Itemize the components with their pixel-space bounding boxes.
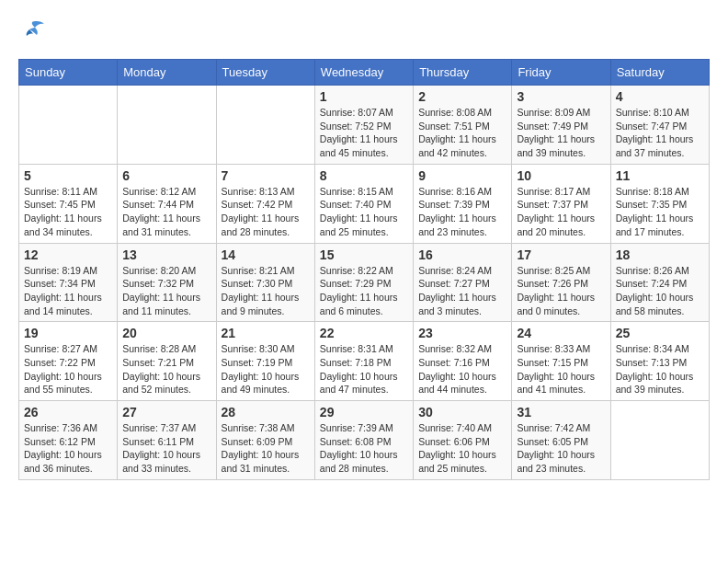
calendar-cell xyxy=(610,401,709,480)
day-number: 18 xyxy=(616,247,704,262)
day-number: 14 xyxy=(222,247,310,262)
calendar-cell: 3Sunrise: 8:09 AM Sunset: 7:49 PM Daylig… xyxy=(512,86,610,165)
calendar-cell: 7Sunrise: 8:13 AM Sunset: 7:42 PM Daylig… xyxy=(216,164,314,243)
logo xyxy=(18,18,50,44)
day-info: Sunrise: 8:25 AM Sunset: 7:26 PM Dayligh… xyxy=(517,264,605,318)
day-info: Sunrise: 8:34 AM Sunset: 7:13 PM Dayligh… xyxy=(616,342,704,396)
day-number: 27 xyxy=(122,405,210,419)
calendar-cell: 12Sunrise: 8:19 AM Sunset: 7:34 PM Dayli… xyxy=(19,243,118,322)
calendar-cell: 9Sunrise: 8:16 AM Sunset: 7:39 PM Daylig… xyxy=(414,164,512,243)
day-number: 1 xyxy=(320,89,408,104)
calendar-cell: 5Sunrise: 8:11 AM Sunset: 7:45 PM Daylig… xyxy=(19,164,118,243)
day-number: 25 xyxy=(616,326,704,340)
day-info: Sunrise: 8:26 AM Sunset: 7:24 PM Dayligh… xyxy=(616,264,704,318)
day-info: Sunrise: 8:16 AM Sunset: 7:39 PM Dayligh… xyxy=(418,185,506,239)
day-info: Sunrise: 8:09 AM Sunset: 7:49 PM Dayligh… xyxy=(517,106,605,160)
day-number: 23 xyxy=(418,326,506,340)
calendar-table: SundayMondayTuesdayWednesdayThursdayFrid… xyxy=(18,59,710,480)
day-info: Sunrise: 7:37 AM Sunset: 6:11 PM Dayligh… xyxy=(122,421,210,476)
calendar-cell: 22Sunrise: 8:31 AM Sunset: 7:18 PM Dayli… xyxy=(314,322,413,401)
day-info: Sunrise: 8:27 AM Sunset: 7:22 PM Dayligh… xyxy=(24,342,112,396)
day-number: 20 xyxy=(122,326,210,340)
calendar-cell: 20Sunrise: 8:28 AM Sunset: 7:21 PM Dayli… xyxy=(118,322,216,401)
day-number: 16 xyxy=(418,247,506,262)
day-info: Sunrise: 8:18 AM Sunset: 7:35 PM Dayligh… xyxy=(616,185,704,239)
day-info: Sunrise: 8:31 AM Sunset: 7:18 PM Dayligh… xyxy=(320,342,408,396)
day-info: Sunrise: 8:07 AM Sunset: 7:52 PM Dayligh… xyxy=(320,106,408,160)
day-number: 13 xyxy=(122,247,210,262)
calendar-cell: 2Sunrise: 8:08 AM Sunset: 7:51 PM Daylig… xyxy=(414,86,512,165)
day-number: 4 xyxy=(616,89,704,104)
day-info: Sunrise: 8:30 AM Sunset: 7:19 PM Dayligh… xyxy=(222,342,310,396)
day-info: Sunrise: 8:24 AM Sunset: 7:27 PM Dayligh… xyxy=(418,264,506,318)
day-info: Sunrise: 8:33 AM Sunset: 7:15 PM Dayligh… xyxy=(517,342,605,396)
page-header xyxy=(18,18,710,44)
weekday-header-tuesday: Tuesday xyxy=(216,60,314,86)
day-number: 2 xyxy=(418,89,506,104)
day-number: 11 xyxy=(616,168,704,183)
day-number: 8 xyxy=(320,168,408,183)
day-info: Sunrise: 7:42 AM Sunset: 6:05 PM Dayligh… xyxy=(517,421,605,476)
calendar-cell: 18Sunrise: 8:26 AM Sunset: 7:24 PM Dayli… xyxy=(610,243,709,322)
day-info: Sunrise: 8:22 AM Sunset: 7:29 PM Dayligh… xyxy=(320,264,408,318)
day-number: 17 xyxy=(517,247,605,262)
day-number: 21 xyxy=(222,326,310,340)
calendar-cell: 24Sunrise: 8:33 AM Sunset: 7:15 PM Dayli… xyxy=(512,322,610,401)
day-info: Sunrise: 7:39 AM Sunset: 6:08 PM Dayligh… xyxy=(320,421,408,476)
logo-bird-icon xyxy=(18,18,46,40)
calendar-cell: 30Sunrise: 7:40 AM Sunset: 6:06 PM Dayli… xyxy=(414,401,512,480)
day-info: Sunrise: 7:40 AM Sunset: 6:06 PM Dayligh… xyxy=(418,421,506,476)
calendar-cell: 23Sunrise: 8:32 AM Sunset: 7:16 PM Dayli… xyxy=(414,322,512,401)
day-info: Sunrise: 8:17 AM Sunset: 7:37 PM Dayligh… xyxy=(517,185,605,239)
weekday-header-thursday: Thursday xyxy=(414,60,512,86)
weekday-header-sunday: Sunday xyxy=(19,60,118,86)
day-info: Sunrise: 7:36 AM Sunset: 6:12 PM Dayligh… xyxy=(24,421,112,476)
calendar-cell: 28Sunrise: 7:38 AM Sunset: 6:09 PM Dayli… xyxy=(216,401,314,480)
calendar-cell: 14Sunrise: 8:21 AM Sunset: 7:30 PM Dayli… xyxy=(216,243,314,322)
day-info: Sunrise: 8:28 AM Sunset: 7:21 PM Dayligh… xyxy=(122,342,210,396)
calendar-week-row: 26Sunrise: 7:36 AM Sunset: 6:12 PM Dayli… xyxy=(19,401,710,480)
day-number: 22 xyxy=(320,326,408,340)
calendar-cell: 1Sunrise: 8:07 AM Sunset: 7:52 PM Daylig… xyxy=(314,86,413,165)
weekday-header-friday: Friday xyxy=(512,60,610,86)
day-number: 31 xyxy=(517,405,605,419)
weekday-header-wednesday: Wednesday xyxy=(314,60,413,86)
weekday-header-row: SundayMondayTuesdayWednesdayThursdayFrid… xyxy=(19,60,710,86)
calendar-week-row: 19Sunrise: 8:27 AM Sunset: 7:22 PM Dayli… xyxy=(19,322,710,401)
day-number: 12 xyxy=(24,247,112,262)
day-number: 26 xyxy=(24,405,112,419)
calendar-cell xyxy=(216,86,314,165)
calendar-cell: 13Sunrise: 8:20 AM Sunset: 7:32 PM Dayli… xyxy=(118,243,216,322)
weekday-header-monday: Monday xyxy=(118,60,216,86)
calendar-week-row: 12Sunrise: 8:19 AM Sunset: 7:34 PM Dayli… xyxy=(19,243,710,322)
calendar-cell xyxy=(118,86,216,165)
calendar-cell: 31Sunrise: 7:42 AM Sunset: 6:05 PM Dayli… xyxy=(512,401,610,480)
calendar-cell: 4Sunrise: 8:10 AM Sunset: 7:47 PM Daylig… xyxy=(610,86,709,165)
day-number: 19 xyxy=(24,326,112,340)
day-number: 5 xyxy=(24,168,112,183)
day-number: 29 xyxy=(320,405,408,419)
calendar-cell: 8Sunrise: 8:15 AM Sunset: 7:40 PM Daylig… xyxy=(314,164,413,243)
day-number: 30 xyxy=(418,405,506,419)
calendar-cell: 21Sunrise: 8:30 AM Sunset: 7:19 PM Dayli… xyxy=(216,322,314,401)
calendar-cell: 29Sunrise: 7:39 AM Sunset: 6:08 PM Dayli… xyxy=(314,401,413,480)
calendar-cell: 6Sunrise: 8:12 AM Sunset: 7:44 PM Daylig… xyxy=(118,164,216,243)
day-info: Sunrise: 8:10 AM Sunset: 7:47 PM Dayligh… xyxy=(616,106,704,160)
calendar-cell: 19Sunrise: 8:27 AM Sunset: 7:22 PM Dayli… xyxy=(19,322,118,401)
calendar-cell: 26Sunrise: 7:36 AM Sunset: 6:12 PM Dayli… xyxy=(19,401,118,480)
calendar-cell: 16Sunrise: 8:24 AM Sunset: 7:27 PM Dayli… xyxy=(414,243,512,322)
day-info: Sunrise: 8:12 AM Sunset: 7:44 PM Dayligh… xyxy=(122,185,210,239)
day-number: 7 xyxy=(222,168,310,183)
day-number: 6 xyxy=(122,168,210,183)
day-info: Sunrise: 8:20 AM Sunset: 7:32 PM Dayligh… xyxy=(122,264,210,318)
day-number: 3 xyxy=(517,89,605,104)
day-info: Sunrise: 8:13 AM Sunset: 7:42 PM Dayligh… xyxy=(222,185,310,239)
day-number: 24 xyxy=(517,326,605,340)
calendar-cell: 25Sunrise: 8:34 AM Sunset: 7:13 PM Dayli… xyxy=(610,322,709,401)
day-number: 10 xyxy=(517,168,605,183)
calendar-cell: 10Sunrise: 8:17 AM Sunset: 7:37 PM Dayli… xyxy=(512,164,610,243)
weekday-header-saturday: Saturday xyxy=(610,60,709,86)
day-info: Sunrise: 8:21 AM Sunset: 7:30 PM Dayligh… xyxy=(222,264,310,318)
calendar-cell xyxy=(19,86,118,165)
day-number: 15 xyxy=(320,247,408,262)
